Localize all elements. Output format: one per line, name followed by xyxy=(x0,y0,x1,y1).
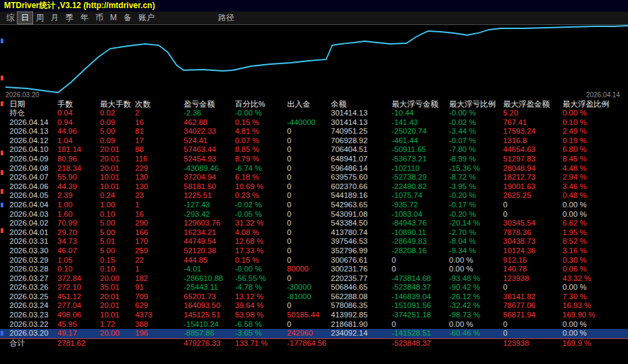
table-row[interactable]: 2026.04.0129.705.0016616234.214.08 %0413… xyxy=(0,228,628,238)
table-cell: 2026.04.07 xyxy=(9,173,57,182)
table-cell: 2026.03.31 xyxy=(9,237,57,246)
table-cell: 65201.73 xyxy=(184,292,235,302)
table-cell: 4.48 % xyxy=(562,164,628,174)
table-cell: -10890.11 xyxy=(392,228,449,238)
table-row[interactable]: 2026.04.031.600.1016-293.42-0.05 %054309… xyxy=(0,210,628,219)
table-row[interactable]: 2026.03.25451.1220.0170965201.7313.12 %-… xyxy=(0,292,628,302)
table-cell: 2026.03.26 xyxy=(9,283,57,292)
table-cell: 81 xyxy=(135,127,184,136)
table-cell: 0 xyxy=(287,256,331,265)
table-row[interactable]: 持仓0.040.022-2.36-0.00 %301414.13-10.44-0… xyxy=(0,109,628,118)
table-cell: 0 xyxy=(287,191,331,201)
table-row[interactable]: 2026.03.3046.075.0025952120.3817.33 %035… xyxy=(0,246,628,256)
table-cell: 2026.04.06 xyxy=(9,182,57,192)
table-cell: -6.58 % xyxy=(235,320,287,330)
table-cell: -0.05 % xyxy=(235,210,287,219)
table-row[interactable]: 2026.03.23498.0610.014373145125.5153.98 … xyxy=(0,311,628,320)
table-cell: -0.20 % xyxy=(449,191,503,201)
table-cell: 10.69 % xyxy=(235,182,287,192)
table-cell: 1.04 xyxy=(57,136,100,146)
table-row[interactable]: 2026.04.1344.965.008134022.334.81 %07409… xyxy=(0,127,628,136)
table-row[interactable]: 2026.04.10181.1420.018857463.448.85 %070… xyxy=(0,145,628,155)
table-cell: 22 xyxy=(135,256,184,265)
table-row[interactable]: 2026.03.2049.1720.00196-8857.86-3.65 %24… xyxy=(0,329,628,338)
table-cell: 301414.13 xyxy=(331,118,392,128)
menu-item[interactable]: 月 xyxy=(47,12,62,24)
table-row[interactable]: 2026.04.041.001.001-127.43-0.02 %0542963… xyxy=(0,201,628,210)
table-cell: 2026.03.20 xyxy=(9,329,57,338)
table-cell: 0.00 % xyxy=(562,283,628,292)
menu-item[interactable]: 季 xyxy=(62,12,77,24)
table-row[interactable]: 2026.03.24277.0420.01629164093.5039.64 %… xyxy=(0,301,628,311)
menu-item[interactable]: 综 xyxy=(3,12,18,24)
table-row[interactable]: 2026.04.0270.995.00290129603.7631.32 %05… xyxy=(0,219,628,228)
table-cell: 4373 xyxy=(135,311,184,320)
table-row[interactable]: 2026.04.140.940.0916462.880.15 %-4400003… xyxy=(0,118,628,128)
table-cell: -4.01 xyxy=(184,265,235,274)
table-cell: 0.06 % xyxy=(562,265,628,274)
table-cell: 218681.90 xyxy=(331,320,392,330)
table-cell: 479276.33 xyxy=(184,339,235,348)
table-row[interactable]: 2026.03.27372.8420.00182-286610.88-56.55… xyxy=(0,274,628,284)
table-cell: 45.95 xyxy=(57,320,100,330)
table-cell: 20.01 xyxy=(100,164,135,174)
menu-item[interactable]: 账户 xyxy=(135,12,158,24)
menu-item[interactable]: M xyxy=(107,12,120,24)
table-cell: 23 xyxy=(135,191,184,201)
table-cell: 2 xyxy=(135,109,184,118)
table-cell: -56.55 % xyxy=(235,274,287,284)
table-cell: 388 xyxy=(135,320,184,330)
table-cell: 2026.04.14 xyxy=(9,118,57,128)
table-row[interactable]: 2026.03.3134.735.0117044749.5412.68 %039… xyxy=(0,237,628,246)
table-cell: 234092.14 xyxy=(331,329,392,338)
table-cell: -93.48 % xyxy=(449,274,503,284)
table-cell: 0.10 xyxy=(100,210,135,219)
table-cell: 2026.04.05 xyxy=(9,191,57,201)
table-header-row: 日期手数最大手数次数盈亏金额百分比%出入金余额最大浮亏金额最大浮亏比例最大浮盈金… xyxy=(0,99,628,109)
table-cell: 30438.73 xyxy=(503,237,562,246)
column-header: 百分比% xyxy=(235,99,287,109)
table-cell xyxy=(135,339,184,348)
menu-bar: 综日周月季年币M备账户 路径 xyxy=(0,11,628,25)
menu-item[interactable]: 备 xyxy=(120,12,135,24)
column-header: 最大浮亏比例 xyxy=(449,99,503,109)
table-cell: -43089.46 xyxy=(184,164,235,174)
table-cell: 0 xyxy=(287,301,331,311)
table-row[interactable]: 2026.04.0755.9010.0113037204.946.18 %063… xyxy=(0,173,628,182)
table-cell xyxy=(331,339,392,348)
table-cell: -25020.74 xyxy=(392,127,449,136)
table-cell: 0.00 % xyxy=(562,210,628,219)
table-row[interactable]: 2026.04.121.040.0917524.410.07 %0706928.… xyxy=(0,136,628,146)
table-row[interactable]: 2026.04.0644.3910.0113058181.5010.69 %06… xyxy=(0,182,628,192)
table-row[interactable]: 2026.03.26272.1035.0191-25443.11-4.78 %-… xyxy=(0,283,628,292)
table-row[interactable]: 2026.04.0980.9620.0111652454.938.79 %064… xyxy=(0,155,628,164)
table-cell: 2.94 % xyxy=(562,173,628,182)
table-row[interactable]: 2026.03.2245.951.72388-15410.24-6.58 %02… xyxy=(0,320,628,330)
table-cell: -84943.76 xyxy=(392,219,449,228)
table-cell: 17 xyxy=(135,136,184,146)
table-cell: 0 xyxy=(287,145,331,155)
menu-item-path[interactable]: 路径 xyxy=(215,12,238,24)
table-cell: 8.85 % xyxy=(235,145,287,155)
table-row[interactable]: 2026.03.291.050.1522444.850.15 %0300676.… xyxy=(0,256,628,265)
table-cell: 44.39 xyxy=(57,182,100,192)
table-row[interactable]: 2026.03.280.100.101-4.01-0.00 %800003002… xyxy=(0,265,628,274)
table-cell: 0 xyxy=(392,265,449,274)
table-cell: 912.16 xyxy=(503,256,562,265)
table-cell: 639575.60 xyxy=(331,173,392,182)
table-row[interactable]: 2026.04.08218.3420.01229-43089.46-6.74 %… xyxy=(0,164,628,174)
menu-item[interactable]: 年 xyxy=(77,12,92,24)
table-cell: -523848.37 xyxy=(392,283,449,292)
table-cell: 6.80 % xyxy=(562,145,628,155)
table-cell: 57463.44 xyxy=(184,145,235,155)
table-cell: 0 xyxy=(503,201,562,210)
menu-item[interactable]: 周 xyxy=(32,12,47,24)
table-cell: 397546.53 xyxy=(331,237,392,246)
table-cell: 44.96 xyxy=(57,127,100,136)
menu-item[interactable]: 币 xyxy=(92,12,107,24)
table-cell: -15.36 % xyxy=(449,164,503,174)
menu-item[interactable]: 日 xyxy=(18,12,32,24)
table-cell: 50185.44 xyxy=(287,311,331,320)
table-cell: 290 xyxy=(135,219,184,228)
table-row[interactable]: 2026.04.052.390.24231225.510.23 %0544189… xyxy=(0,191,628,201)
